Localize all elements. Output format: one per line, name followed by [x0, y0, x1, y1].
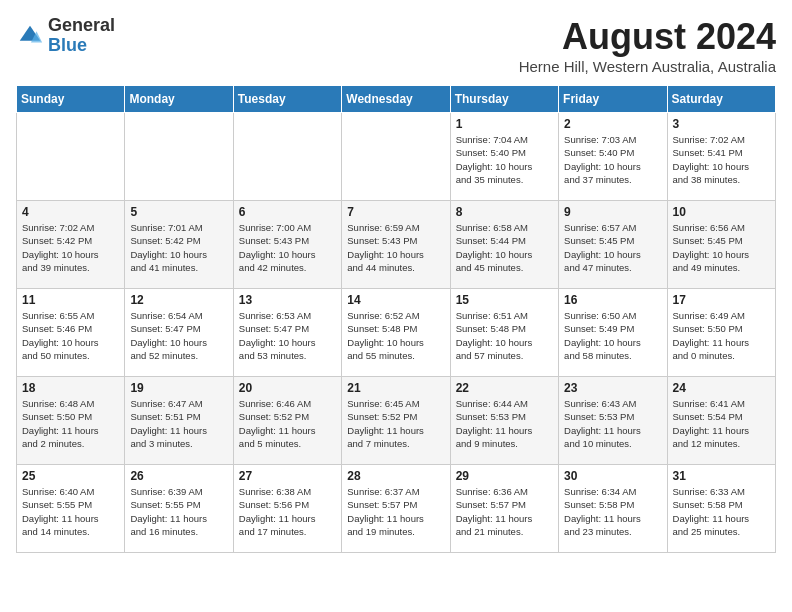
calendar-cell: 12Sunrise: 6:54 AM Sunset: 5:47 PM Dayli…	[125, 289, 233, 377]
day-info: Sunrise: 6:55 AM Sunset: 5:46 PM Dayligh…	[22, 309, 119, 362]
calendar-table: SundayMondayTuesdayWednesdayThursdayFrid…	[16, 85, 776, 553]
calendar-cell: 14Sunrise: 6:52 AM Sunset: 5:48 PM Dayli…	[342, 289, 450, 377]
day-number: 27	[239, 469, 336, 483]
day-header-thursday: Thursday	[450, 86, 558, 113]
day-info: Sunrise: 6:56 AM Sunset: 5:45 PM Dayligh…	[673, 221, 770, 274]
month-title: August 2024	[519, 16, 776, 58]
day-number: 26	[130, 469, 227, 483]
day-number: 31	[673, 469, 770, 483]
calendar-cell: 18Sunrise: 6:48 AM Sunset: 5:50 PM Dayli…	[17, 377, 125, 465]
logo: General Blue	[16, 16, 115, 56]
day-info: Sunrise: 7:02 AM Sunset: 5:41 PM Dayligh…	[673, 133, 770, 186]
calendar-cell: 4Sunrise: 7:02 AM Sunset: 5:42 PM Daylig…	[17, 201, 125, 289]
calendar-cell: 22Sunrise: 6:44 AM Sunset: 5:53 PM Dayli…	[450, 377, 558, 465]
calendar-week-1: 1Sunrise: 7:04 AM Sunset: 5:40 PM Daylig…	[17, 113, 776, 201]
day-info: Sunrise: 6:52 AM Sunset: 5:48 PM Dayligh…	[347, 309, 444, 362]
calendar-cell: 29Sunrise: 6:36 AM Sunset: 5:57 PM Dayli…	[450, 465, 558, 553]
title-block: August 2024 Herne Hill, Western Australi…	[519, 16, 776, 75]
day-number: 7	[347, 205, 444, 219]
day-info: Sunrise: 6:57 AM Sunset: 5:45 PM Dayligh…	[564, 221, 661, 274]
calendar-cell	[233, 113, 341, 201]
day-number: 22	[456, 381, 553, 395]
day-info: Sunrise: 6:43 AM Sunset: 5:53 PM Dayligh…	[564, 397, 661, 450]
day-number: 23	[564, 381, 661, 395]
day-header-tuesday: Tuesday	[233, 86, 341, 113]
calendar-cell	[342, 113, 450, 201]
day-header-wednesday: Wednesday	[342, 86, 450, 113]
day-number: 24	[673, 381, 770, 395]
day-info: Sunrise: 7:01 AM Sunset: 5:42 PM Dayligh…	[130, 221, 227, 274]
calendar-cell: 2Sunrise: 7:03 AM Sunset: 5:40 PM Daylig…	[559, 113, 667, 201]
calendar-cell: 10Sunrise: 6:56 AM Sunset: 5:45 PM Dayli…	[667, 201, 775, 289]
day-info: Sunrise: 6:49 AM Sunset: 5:50 PM Dayligh…	[673, 309, 770, 362]
day-header-sunday: Sunday	[17, 86, 125, 113]
calendar-cell: 30Sunrise: 6:34 AM Sunset: 5:58 PM Dayli…	[559, 465, 667, 553]
calendar-week-4: 18Sunrise: 6:48 AM Sunset: 5:50 PM Dayli…	[17, 377, 776, 465]
calendar-cell: 19Sunrise: 6:47 AM Sunset: 5:51 PM Dayli…	[125, 377, 233, 465]
day-number: 10	[673, 205, 770, 219]
day-number: 12	[130, 293, 227, 307]
calendar-cell: 15Sunrise: 6:51 AM Sunset: 5:48 PM Dayli…	[450, 289, 558, 377]
calendar-week-3: 11Sunrise: 6:55 AM Sunset: 5:46 PM Dayli…	[17, 289, 776, 377]
day-number: 9	[564, 205, 661, 219]
calendar-cell: 31Sunrise: 6:33 AM Sunset: 5:58 PM Dayli…	[667, 465, 775, 553]
day-info: Sunrise: 6:47 AM Sunset: 5:51 PM Dayligh…	[130, 397, 227, 450]
calendar-cell: 26Sunrise: 6:39 AM Sunset: 5:55 PM Dayli…	[125, 465, 233, 553]
calendar-cell: 20Sunrise: 6:46 AM Sunset: 5:52 PM Dayli…	[233, 377, 341, 465]
calendar-cell: 6Sunrise: 7:00 AM Sunset: 5:43 PM Daylig…	[233, 201, 341, 289]
calendar-cell: 27Sunrise: 6:38 AM Sunset: 5:56 PM Dayli…	[233, 465, 341, 553]
day-number: 20	[239, 381, 336, 395]
day-number: 6	[239, 205, 336, 219]
day-info: Sunrise: 6:58 AM Sunset: 5:44 PM Dayligh…	[456, 221, 553, 274]
day-number: 21	[347, 381, 444, 395]
day-number: 15	[456, 293, 553, 307]
day-info: Sunrise: 6:34 AM Sunset: 5:58 PM Dayligh…	[564, 485, 661, 538]
day-number: 3	[673, 117, 770, 131]
calendar-cell: 24Sunrise: 6:41 AM Sunset: 5:54 PM Dayli…	[667, 377, 775, 465]
calendar-cell: 8Sunrise: 6:58 AM Sunset: 5:44 PM Daylig…	[450, 201, 558, 289]
day-info: Sunrise: 7:02 AM Sunset: 5:42 PM Dayligh…	[22, 221, 119, 274]
day-header-saturday: Saturday	[667, 86, 775, 113]
day-number: 18	[22, 381, 119, 395]
calendar-cell: 3Sunrise: 7:02 AM Sunset: 5:41 PM Daylig…	[667, 113, 775, 201]
day-info: Sunrise: 6:50 AM Sunset: 5:49 PM Dayligh…	[564, 309, 661, 362]
day-info: Sunrise: 6:41 AM Sunset: 5:54 PM Dayligh…	[673, 397, 770, 450]
calendar-cell: 9Sunrise: 6:57 AM Sunset: 5:45 PM Daylig…	[559, 201, 667, 289]
calendar-cell: 21Sunrise: 6:45 AM Sunset: 5:52 PM Dayli…	[342, 377, 450, 465]
day-info: Sunrise: 6:48 AM Sunset: 5:50 PM Dayligh…	[22, 397, 119, 450]
day-number: 2	[564, 117, 661, 131]
calendar-cell: 17Sunrise: 6:49 AM Sunset: 5:50 PM Dayli…	[667, 289, 775, 377]
day-info: Sunrise: 6:38 AM Sunset: 5:56 PM Dayligh…	[239, 485, 336, 538]
logo-icon	[16, 22, 44, 50]
location-subtitle: Herne Hill, Western Australia, Australia	[519, 58, 776, 75]
day-number: 19	[130, 381, 227, 395]
day-info: Sunrise: 6:54 AM Sunset: 5:47 PM Dayligh…	[130, 309, 227, 362]
day-info: Sunrise: 6:40 AM Sunset: 5:55 PM Dayligh…	[22, 485, 119, 538]
day-header-monday: Monday	[125, 86, 233, 113]
day-number: 30	[564, 469, 661, 483]
day-number: 5	[130, 205, 227, 219]
calendar-cell: 16Sunrise: 6:50 AM Sunset: 5:49 PM Dayli…	[559, 289, 667, 377]
day-info: Sunrise: 6:59 AM Sunset: 5:43 PM Dayligh…	[347, 221, 444, 274]
day-number: 25	[22, 469, 119, 483]
calendar-cell: 1Sunrise: 7:04 AM Sunset: 5:40 PM Daylig…	[450, 113, 558, 201]
calendar-week-5: 25Sunrise: 6:40 AM Sunset: 5:55 PM Dayli…	[17, 465, 776, 553]
calendar-cell: 28Sunrise: 6:37 AM Sunset: 5:57 PM Dayli…	[342, 465, 450, 553]
day-info: Sunrise: 7:03 AM Sunset: 5:40 PM Dayligh…	[564, 133, 661, 186]
calendar-week-2: 4Sunrise: 7:02 AM Sunset: 5:42 PM Daylig…	[17, 201, 776, 289]
day-info: Sunrise: 7:04 AM Sunset: 5:40 PM Dayligh…	[456, 133, 553, 186]
day-number: 16	[564, 293, 661, 307]
day-info: Sunrise: 6:36 AM Sunset: 5:57 PM Dayligh…	[456, 485, 553, 538]
calendar-cell: 25Sunrise: 6:40 AM Sunset: 5:55 PM Dayli…	[17, 465, 125, 553]
day-number: 14	[347, 293, 444, 307]
day-info: Sunrise: 6:33 AM Sunset: 5:58 PM Dayligh…	[673, 485, 770, 538]
calendar-cell	[125, 113, 233, 201]
calendar-cell: 7Sunrise: 6:59 AM Sunset: 5:43 PM Daylig…	[342, 201, 450, 289]
day-number: 13	[239, 293, 336, 307]
calendar-cell: 23Sunrise: 6:43 AM Sunset: 5:53 PM Dayli…	[559, 377, 667, 465]
day-info: Sunrise: 6:44 AM Sunset: 5:53 PM Dayligh…	[456, 397, 553, 450]
day-info: Sunrise: 7:00 AM Sunset: 5:43 PM Dayligh…	[239, 221, 336, 274]
day-info: Sunrise: 6:53 AM Sunset: 5:47 PM Dayligh…	[239, 309, 336, 362]
day-info: Sunrise: 6:37 AM Sunset: 5:57 PM Dayligh…	[347, 485, 444, 538]
logo-blue-text: Blue	[48, 36, 115, 56]
